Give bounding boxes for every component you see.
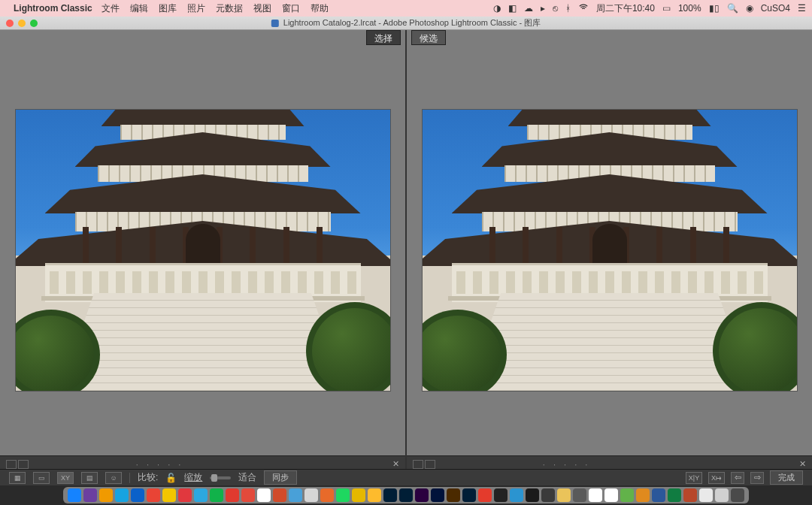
dock-app-27[interactable] (494, 488, 508, 502)
flag-buttons-left[interactable] (6, 460, 29, 469)
compare-view-icon[interactable]: XY (57, 472, 74, 484)
menu-view[interactable]: 视图 (253, 2, 271, 15)
bluetooth-icon[interactable]: ᚼ (565, 3, 571, 14)
zoom-slider[interactable] (210, 476, 231, 479)
bottom-toolbar: ▦ ▭ XY ▤ ☺ 比较: 🔓 缩放 适合 同步 X|Y X↦ ⇦ ⇨ 完成 (0, 469, 812, 485)
close-left-icon[interactable]: ✕ (392, 459, 399, 469)
minimize-button[interactable] (18, 20, 26, 27)
select-panel-header: 选择 (0, 30, 405, 45)
dock-app-34[interactable] (604, 488, 618, 502)
people-view-icon[interactable]: ☺ (105, 472, 122, 484)
prev-arrow-icon[interactable]: ⇦ (731, 472, 744, 484)
dock-app-35[interactable] (620, 488, 634, 502)
dock-app-41[interactable] (715, 488, 729, 502)
dock-app-10[interactable] (226, 488, 239, 502)
dock-app-40[interactable] (699, 488, 713, 502)
window-title-text: Lightroom Catalog-2.lrcat - Adobe Photos… (283, 17, 541, 29)
dock-app-1[interactable] (83, 488, 97, 502)
dock-app-13[interactable] (273, 488, 286, 502)
spotlight-icon[interactable]: 🔍 (727, 3, 738, 14)
dock-app-30[interactable] (541, 488, 555, 502)
select-image-viewport[interactable] (0, 45, 405, 455)
dock-app-8[interactable] (194, 488, 208, 502)
flag-buttons-right[interactable] (413, 460, 435, 469)
dock-app-42[interactable] (731, 488, 744, 502)
status-icon-headset[interactable]: ⎋ (553, 3, 558, 14)
fit-link[interactable]: 适合 (238, 471, 256, 484)
clock[interactable]: 周二下午10:40 (596, 2, 655, 15)
dock-app-0[interactable] (68, 488, 81, 502)
battery-icon[interactable]: ▮▯ (709, 3, 720, 14)
dock-app-14[interactable] (289, 488, 302, 502)
dock-app-28[interactable] (510, 488, 523, 502)
dock-app-16[interactable] (320, 488, 334, 502)
dock-app-33[interactable] (589, 488, 602, 502)
loupe-view-icon[interactable]: ▭ (33, 472, 50, 484)
display-icon[interactable]: ▭ (662, 3, 671, 14)
battery-percent[interactable]: 100% (678, 3, 701, 14)
select-tab[interactable]: 选择 (366, 30, 401, 45)
status-icon-2[interactable]: ◧ (508, 3, 517, 14)
rating-dots-left[interactable]: · · · · · (136, 460, 184, 469)
wifi-icon[interactable] (578, 2, 589, 15)
status-icon-play[interactable]: ▸ (541, 3, 545, 14)
dock-app-36[interactable] (636, 488, 650, 502)
window-title: Lightroom Catalog-2.lrcat - Adobe Photos… (271, 17, 541, 29)
make-select-icon[interactable]: X↦ (708, 472, 725, 484)
dock-app-38[interactable] (668, 488, 681, 502)
dock-app-7[interactable] (178, 488, 192, 502)
dock-app-20[interactable] (383, 488, 397, 502)
status-icon-1[interactable]: ◑ (493, 3, 501, 14)
close-right-icon[interactable]: ✕ (799, 459, 806, 469)
done-button[interactable]: 完成 (770, 470, 803, 485)
dock-app-32[interactable] (573, 488, 586, 502)
close-button[interactable] (6, 20, 14, 27)
app-name[interactable]: Lightroom Classic (14, 3, 92, 14)
sync-button[interactable]: 同步 (264, 470, 297, 485)
rating-dots-right[interactable]: · · · · · (543, 460, 591, 469)
dock-app-22[interactable] (415, 488, 429, 502)
dock-app-21[interactable] (399, 488, 413, 502)
dock-app-31[interactable] (557, 488, 571, 502)
dock-app-11[interactable] (241, 488, 255, 502)
dock-app-29[interactable] (526, 488, 539, 502)
status-icon-cloud[interactable]: ☁ (524, 3, 533, 14)
dock-app-39[interactable] (683, 488, 697, 502)
dock-app-9[interactable] (210, 488, 223, 502)
dock-app-17[interactable] (336, 488, 350, 502)
maximize-button[interactable] (30, 20, 38, 27)
candidate-image-viewport[interactable] (407, 45, 812, 455)
candidate-tab[interactable]: 候选 (411, 30, 446, 45)
dock-app-23[interactable] (431, 488, 444, 502)
zoom-link[interactable]: 缩放 (184, 471, 202, 484)
dock-app-6[interactable] (162, 488, 176, 502)
menu-library[interactable]: 图库 (159, 2, 177, 15)
lock-icon[interactable]: 🔓 (165, 473, 177, 483)
dock-app-24[interactable] (447, 488, 460, 502)
menu-help[interactable]: 帮助 (311, 2, 329, 15)
menu-metadata[interactable]: 元数据 (216, 2, 243, 15)
dock-app-5[interactable] (147, 488, 160, 502)
grid-view-icon[interactable]: ▦ (9, 472, 26, 484)
menu-edit[interactable]: 编辑 (130, 2, 148, 15)
survey-view-icon[interactable]: ▤ (81, 472, 98, 484)
menu-photo[interactable]: 照片 (187, 2, 205, 15)
menu-file[interactable]: 文件 (102, 2, 120, 15)
dock-app-4[interactable] (131, 488, 144, 502)
dock-app-25[interactable] (462, 488, 476, 502)
dock-app-37[interactable] (652, 488, 665, 502)
dock-app-2[interactable] (99, 488, 113, 502)
dock-app-26[interactable] (478, 488, 492, 502)
dock-app-18[interactable] (352, 488, 365, 502)
compare-label: 比较: (138, 471, 158, 484)
dock-app-12[interactable] (257, 488, 271, 502)
dock-app-15[interactable] (304, 488, 318, 502)
menu-window[interactable]: 窗口 (282, 2, 300, 15)
dock-app-3[interactable] (115, 488, 129, 502)
dock-app-19[interactable] (368, 488, 381, 502)
swap-icon[interactable]: X|Y (686, 472, 702, 484)
control-center-icon[interactable]: ☰ (798, 3, 806, 14)
next-arrow-icon[interactable]: ⇨ (750, 472, 764, 484)
user-name[interactable]: CuSO4 (761, 3, 790, 14)
siri-icon[interactable]: ◉ (746, 3, 753, 14)
